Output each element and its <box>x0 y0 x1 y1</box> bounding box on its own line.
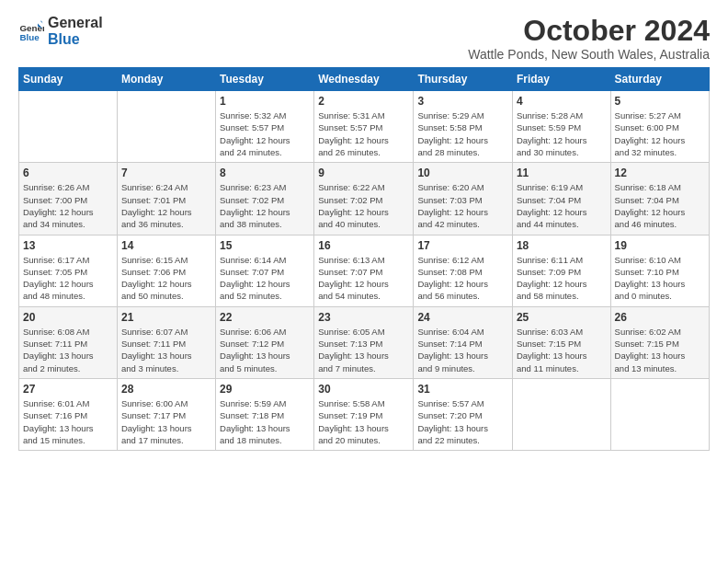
calendar-cell: 1Sunrise: 5:32 AM Sunset: 5:57 PM Daylig… <box>216 91 314 163</box>
day-number: 7 <box>121 167 211 179</box>
day-number: 1 <box>220 95 310 108</box>
calendar-cell: 19Sunrise: 6:10 AM Sunset: 7:10 PM Dayli… <box>610 235 709 306</box>
day-info: Sunrise: 6:00 AM Sunset: 7:17 PM Dayligh… <box>121 397 211 446</box>
calendar-cell: 22Sunrise: 6:06 AM Sunset: 7:12 PM Dayli… <box>216 306 314 378</box>
day-info: Sunrise: 6:04 AM Sunset: 7:14 PM Dayligh… <box>417 326 508 374</box>
day-info: Sunrise: 6:06 AM Sunset: 7:12 PM Dayligh… <box>220 326 310 374</box>
calendar-cell: 9Sunrise: 6:22 AM Sunset: 7:02 PM Daylig… <box>314 163 414 235</box>
day-info: Sunrise: 6:20 AM Sunset: 7:03 PM Dayligh… <box>417 181 508 230</box>
day-header-wednesday: Wednesday <box>314 68 414 91</box>
logo-icon: General Blue <box>18 18 44 44</box>
day-number: 2 <box>318 95 409 108</box>
calendar-cell: 14Sunrise: 6:15 AM Sunset: 7:06 PM Dayli… <box>117 235 215 306</box>
logo: General Blue General Blue <box>18 15 103 47</box>
calendar-cell: 27Sunrise: 6:01 AM Sunset: 7:16 PM Dayli… <box>19 378 118 450</box>
day-info: Sunrise: 5:59 AM Sunset: 7:18 PM Dayligh… <box>220 397 310 446</box>
month-title: October 2024 <box>468 15 710 47</box>
day-header-tuesday: Tuesday <box>216 68 314 91</box>
calendar-cell: 2Sunrise: 5:31 AM Sunset: 5:57 PM Daylig… <box>314 91 414 163</box>
day-number: 30 <box>318 383 409 396</box>
day-number: 19 <box>615 239 705 252</box>
day-info: Sunrise: 5:29 AM Sunset: 5:58 PM Dayligh… <box>417 109 508 158</box>
day-number: 3 <box>417 95 508 108</box>
calendar-cell <box>610 378 709 450</box>
day-number: 22 <box>220 311 310 324</box>
calendar-cell: 18Sunrise: 6:11 AM Sunset: 7:09 PM Dayli… <box>512 235 610 306</box>
calendar-cell: 21Sunrise: 6:07 AM Sunset: 7:11 PM Dayli… <box>117 306 215 378</box>
day-number: 12 <box>615 167 705 179</box>
day-number: 26 <box>615 311 705 324</box>
calendar-cell: 24Sunrise: 6:04 AM Sunset: 7:14 PM Dayli… <box>414 306 513 378</box>
calendar-week-1: 1Sunrise: 5:32 AM Sunset: 5:57 PM Daylig… <box>19 91 710 163</box>
day-header-monday: Monday <box>117 68 215 91</box>
calendar-cell: 17Sunrise: 6:12 AM Sunset: 7:08 PM Dayli… <box>414 235 513 306</box>
calendar-cell: 8Sunrise: 6:23 AM Sunset: 7:02 PM Daylig… <box>216 163 314 235</box>
day-info: Sunrise: 6:23 AM Sunset: 7:02 PM Dayligh… <box>220 181 310 230</box>
day-header-sunday: Sunday <box>19 68 118 91</box>
calendar-cell: 4Sunrise: 5:28 AM Sunset: 5:59 PM Daylig… <box>512 91 610 163</box>
day-info: Sunrise: 6:11 AM Sunset: 7:09 PM Dayligh… <box>517 254 607 303</box>
day-number: 21 <box>121 311 211 324</box>
day-info: Sunrise: 5:28 AM Sunset: 5:59 PM Dayligh… <box>517 109 607 158</box>
day-number: 17 <box>417 239 508 252</box>
calendar-cell: 30Sunrise: 5:58 AM Sunset: 7:19 PM Dayli… <box>314 378 414 450</box>
day-info: Sunrise: 6:02 AM Sunset: 7:15 PM Dayligh… <box>615 326 705 374</box>
day-info: Sunrise: 6:08 AM Sunset: 7:11 PM Dayligh… <box>23 326 113 374</box>
day-number: 10 <box>417 167 508 179</box>
day-info: Sunrise: 6:10 AM Sunset: 7:10 PM Dayligh… <box>615 254 705 303</box>
calendar-cell: 13Sunrise: 6:17 AM Sunset: 7:05 PM Dayli… <box>19 235 118 306</box>
calendar-cell: 10Sunrise: 6:20 AM Sunset: 7:03 PM Dayli… <box>414 163 513 235</box>
day-info: Sunrise: 6:13 AM Sunset: 7:07 PM Dayligh… <box>318 254 409 303</box>
day-number: 23 <box>318 311 409 324</box>
day-info: Sunrise: 6:24 AM Sunset: 7:01 PM Dayligh… <box>121 181 211 230</box>
calendar-header-row: SundayMondayTuesdayWednesdayThursdayFrid… <box>19 68 710 91</box>
calendar-cell: 16Sunrise: 6:13 AM Sunset: 7:07 PM Dayli… <box>314 235 414 306</box>
day-header-friday: Friday <box>512 68 610 91</box>
calendar-cell: 31Sunrise: 5:57 AM Sunset: 7:20 PM Dayli… <box>414 378 513 450</box>
day-number: 13 <box>23 239 113 252</box>
calendar-cell <box>117 91 215 163</box>
day-info: Sunrise: 5:32 AM Sunset: 5:57 PM Dayligh… <box>220 109 310 158</box>
day-number: 18 <box>517 239 607 252</box>
location: Wattle Ponds, New South Wales, Australia <box>468 47 710 62</box>
day-number: 24 <box>417 311 508 324</box>
day-number: 27 <box>23 383 113 396</box>
day-info: Sunrise: 6:19 AM Sunset: 7:04 PM Dayligh… <box>517 181 607 230</box>
day-info: Sunrise: 5:57 AM Sunset: 7:20 PM Dayligh… <box>417 397 508 446</box>
calendar-cell: 11Sunrise: 6:19 AM Sunset: 7:04 PM Dayli… <box>512 163 610 235</box>
svg-text:Blue: Blue <box>19 31 40 41</box>
calendar-cell: 6Sunrise: 6:26 AM Sunset: 7:00 PM Daylig… <box>19 163 118 235</box>
calendar-cell: 25Sunrise: 6:03 AM Sunset: 7:15 PM Dayli… <box>512 306 610 378</box>
day-info: Sunrise: 5:31 AM Sunset: 5:57 PM Dayligh… <box>318 109 409 158</box>
page: General Blue General Blue October 2024 W… <box>0 0 728 460</box>
day-info: Sunrise: 6:15 AM Sunset: 7:06 PM Dayligh… <box>121 254 211 303</box>
calendar-cell: 3Sunrise: 5:29 AM Sunset: 5:58 PM Daylig… <box>414 91 513 163</box>
calendar-cell: 20Sunrise: 6:08 AM Sunset: 7:11 PM Dayli… <box>19 306 118 378</box>
calendar-cell <box>512 378 610 450</box>
logo-text-general: General <box>48 15 103 31</box>
calendar-cell: 15Sunrise: 6:14 AM Sunset: 7:07 PM Dayli… <box>216 235 314 306</box>
calendar-table: SundayMondayTuesdayWednesdayThursdayFrid… <box>18 67 710 451</box>
day-info: Sunrise: 5:58 AM Sunset: 7:19 PM Dayligh… <box>318 397 409 446</box>
day-number: 29 <box>220 383 310 396</box>
day-info: Sunrise: 6:01 AM Sunset: 7:16 PM Dayligh… <box>23 397 113 446</box>
day-number: 16 <box>318 239 409 252</box>
day-number: 25 <box>517 311 607 324</box>
calendar-cell: 26Sunrise: 6:02 AM Sunset: 7:15 PM Dayli… <box>610 306 709 378</box>
day-number: 4 <box>517 95 607 108</box>
day-number: 14 <box>121 239 211 252</box>
day-info: Sunrise: 6:22 AM Sunset: 7:02 PM Dayligh… <box>318 181 409 230</box>
calendar-cell: 12Sunrise: 6:18 AM Sunset: 7:04 PM Dayli… <box>610 163 709 235</box>
day-number: 6 <box>23 167 113 179</box>
calendar-cell: 28Sunrise: 6:00 AM Sunset: 7:17 PM Dayli… <box>117 378 215 450</box>
calendar-week-4: 20Sunrise: 6:08 AM Sunset: 7:11 PM Dayli… <box>19 306 710 378</box>
day-number: 9 <box>318 167 409 179</box>
day-info: Sunrise: 6:12 AM Sunset: 7:08 PM Dayligh… <box>417 254 508 303</box>
day-info: Sunrise: 6:26 AM Sunset: 7:00 PM Dayligh… <box>23 181 113 230</box>
calendar-cell: 7Sunrise: 6:24 AM Sunset: 7:01 PM Daylig… <box>117 163 215 235</box>
day-header-thursday: Thursday <box>414 68 513 91</box>
day-number: 15 <box>220 239 310 252</box>
day-number: 31 <box>417 383 508 396</box>
day-number: 28 <box>121 383 211 396</box>
day-info: Sunrise: 6:03 AM Sunset: 7:15 PM Dayligh… <box>517 326 607 374</box>
